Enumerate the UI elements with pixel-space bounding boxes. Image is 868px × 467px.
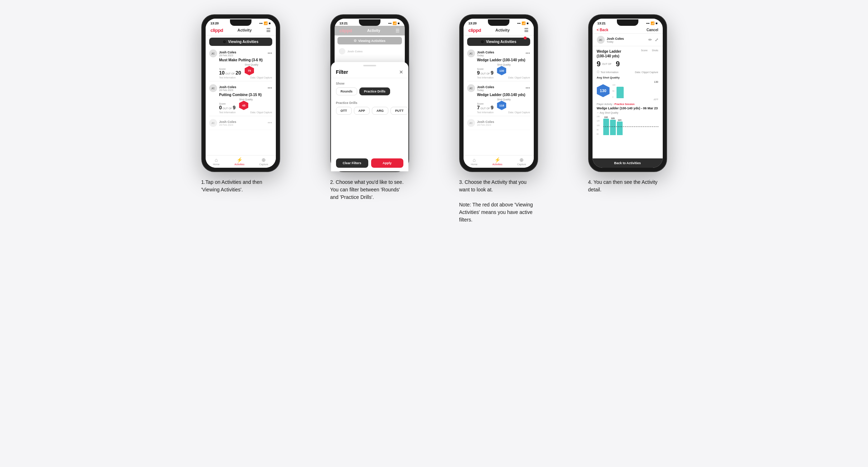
dots-menu-1-1[interactable]: •••	[268, 51, 272, 56]
cancel-button[interactable]: Cancel	[647, 28, 658, 32]
filter-title: Filter	[336, 69, 348, 75]
shot-quality-hex-3-1: 130	[497, 66, 506, 75]
user-text-3-1: Josh Coles Today	[477, 51, 494, 57]
tab-home-3[interactable]: ⌂ Home	[471, 157, 478, 166]
score-value-row-3-1: 9 OUT OF 9	[477, 70, 494, 75]
filter-pill-rounds[interactable]: Rounds	[336, 87, 358, 95]
phone-screen-3: 13:20 ▪▪▪ 📶 ■ clippd Activity ☰ ⚙ Vie	[464, 19, 534, 168]
practice-session-label: Practice Session	[614, 103, 634, 105]
capture-icon-1: ⊕	[262, 157, 266, 163]
activity-card-3-1[interactable]: JC Josh Coles Today ••• Wedge Ladder (10…	[467, 49, 530, 81]
filter-close-icon[interactable]: ✕	[399, 69, 403, 75]
sq-block-1-2: Shot Quality 45	[239, 98, 253, 110]
activity-title-3-1: Wedge Ladder (100-140 yds)	[477, 58, 530, 62]
phone-column-1: 13:20 ▪▪▪ 📶 ■ clippd Activity ☰ ⚙ Vie	[183, 14, 298, 224]
apply-filters-button[interactable]: Apply	[371, 158, 403, 168]
tab-activities-1[interactable]: ⚡ Activities	[235, 157, 245, 166]
tab-home-1[interactable]: ⌂ Home	[213, 157, 220, 166]
activity-card-1-1[interactable]: JC Josh Coles 28 Feb 2023 ••• Must Make …	[209, 49, 272, 81]
user-text-1-2: Josh Coles 28 Feb 2023	[219, 85, 236, 91]
phone-screen-2: 13:21 ▪▪▪ 📶 ■ clippd Activity ☰ ⚙ Viewin…	[335, 19, 405, 168]
status-time-1: 13:20	[211, 22, 219, 25]
filter-show-section: Show Rounds Practice Drills	[335, 78, 405, 97]
score-value-row-1-1: 10 OUT OF 20	[219, 70, 241, 75]
dots-menu-3-1[interactable]: •••	[526, 51, 530, 56]
app-logo-3: clippd	[469, 28, 481, 33]
sq-block-1-1: Shot Quality 75	[245, 63, 258, 75]
filter-pill-ott[interactable]: OTT	[336, 107, 352, 115]
user-name-1-2: Josh Coles	[219, 85, 236, 89]
caption-4: 4. You can then see the Activity detail.	[588, 178, 667, 194]
card-header-1-3: JC Josh Coles 28 Feb 2023 •••	[209, 119, 272, 127]
drill-title: Wedge Ladder (100-140 yds) - 06 Mar 23	[597, 106, 658, 110]
menu-icon-3[interactable]: ☰	[524, 27, 529, 33]
card-header-1-1: JC Josh Coles 28 Feb 2023 •••	[209, 49, 272, 57]
avg-shot-quality-title: Avg Shot Quality	[597, 76, 658, 79]
red-dot-3	[524, 37, 527, 39]
user-date-1-3: 28 Feb 2023	[219, 124, 236, 126]
sq-label-1-1: Shot Quality	[245, 63, 258, 66]
out-of-3-2: OUT OF	[480, 107, 490, 110]
status-icons-4: ▪▪▪ 📶 ■	[646, 22, 657, 25]
sq-label-3-2: Shot Quality	[497, 98, 510, 101]
dots-menu-3-2[interactable]: •••	[526, 86, 530, 91]
filter-pill-practice-drills[interactable]: Practice Drills	[359, 87, 390, 95]
dots-menu-1-2[interactable]: •••	[268, 86, 272, 91]
detail-info-text: Test Information	[601, 71, 619, 73]
detail-shots-value: 9	[616, 60, 620, 68]
viewing-banner-text-1: Viewing Activities	[228, 40, 258, 44]
card-footer-1-2: Test Information Data: Clippd Capture	[219, 111, 272, 114]
user-info-3-3: JC Josh Coles 28 Feb 2023	[467, 119, 494, 127]
user-info-1-1: JC Josh Coles 28 Feb 2023	[209, 49, 236, 57]
tab-capture-1[interactable]: ⊕ Capture	[259, 157, 268, 166]
user-text-4: Josh Coles Today	[607, 37, 624, 43]
filter-footer: Clear Filters Apply	[335, 155, 405, 168]
signal-icon-3: ▪▪▪	[517, 22, 521, 25]
back-button[interactable]: < Back	[597, 28, 609, 32]
detail-capture-text: Data: Clippd Capture	[635, 71, 658, 73]
user-date-3-1: Today	[477, 54, 494, 57]
footer-left-1-2: Test Information	[219, 111, 236, 114]
sq-block-3-1: Shot Quality 130	[497, 63, 510, 75]
viewing-banner-1[interactable]: ⚙ Viewing Activities	[209, 38, 272, 46]
phone-screen-1: 13:20 ▪▪▪ 📶 ■ clippd Activity ☰ ⚙ Vie	[206, 19, 276, 168]
clear-filters-button[interactable]: Clear Filters	[336, 158, 368, 168]
filter-pill-arg[interactable]: ARG	[372, 107, 388, 115]
detail-content: Wedge Ladder(100-140 yds) Score Shots 9 …	[593, 46, 663, 158]
user-name-1-3: Josh Coles	[219, 120, 236, 124]
activity-card-1-2[interactable]: JC Josh Coles 28 Feb 2023 ••• Putting Co…	[209, 84, 272, 116]
stats-row-3-1: Score 9 OUT OF 9 Shot Quality 130	[477, 63, 530, 75]
menu-icon-1[interactable]: ☰	[266, 27, 271, 33]
viewing-banner-3[interactable]: ⚙ Viewing Activities	[467, 38, 530, 46]
detail-header: < Back Cancel	[593, 26, 663, 34]
detail-metric-labels: Score Shots	[641, 49, 658, 58]
back-to-activities-button[interactable]: Back to Activities	[593, 158, 663, 168]
footer-right-1-1: Data: Clippd Capture	[250, 76, 272, 79]
status-time-4: 13:21	[598, 22, 606, 25]
activity-card-3-2[interactable]: JC Josh Coles Today ••• Wedge Ladder (10…	[467, 84, 530, 116]
out-of-3-1: OUT OF	[480, 72, 490, 75]
nav-bar-3: clippd Activity ☰	[464, 26, 534, 35]
activity-card-1-3: JC Josh Coles 28 Feb 2023 •••	[209, 119, 272, 130]
card-header-3-3: JC Josh Coles 28 Feb 2023	[467, 119, 530, 127]
phone-frame-1: 13:20 ▪▪▪ 📶 ■ clippd Activity ☰ ⚙ Vie	[201, 14, 280, 172]
expand-icon[interactable]: ⤢	[655, 37, 658, 42]
bottom-tab-bar-1: ⌂ Home ⚡ Activities ⊕ Capture	[206, 155, 276, 168]
footer-left-3-2: Test Information	[477, 111, 494, 114]
filter-drills-section: Practice Drills OTT APP ARG PUTT	[335, 97, 405, 117]
viewing-banner-text-3: Viewing Activities	[486, 40, 516, 44]
activity-title-1-2: Putting Combine (3-15 ft)	[219, 93, 272, 97]
nav-title-1: Activity	[238, 28, 252, 32]
tab-capture-3[interactable]: ⊕ Capture	[517, 157, 526, 166]
capture-icon-3: ⊕	[519, 157, 524, 163]
avatar-3-3: JC	[467, 119, 475, 127]
filter-pill-app[interactable]: APP	[354, 107, 370, 115]
user-info-1-2: JC Josh Coles 28 Feb 2023	[209, 84, 236, 92]
edit-icon[interactable]: ✏	[648, 37, 652, 42]
chart-max-label: 130	[613, 81, 658, 83]
hex-large-4: 130	[597, 84, 610, 97]
user-text-1-3: Josh Coles 28 Feb 2023	[219, 120, 236, 126]
user-date-4: Today	[607, 40, 624, 43]
filter-pill-putt[interactable]: PUTT	[390, 107, 404, 115]
tab-activities-3[interactable]: ⚡ Activities	[493, 157, 503, 166]
